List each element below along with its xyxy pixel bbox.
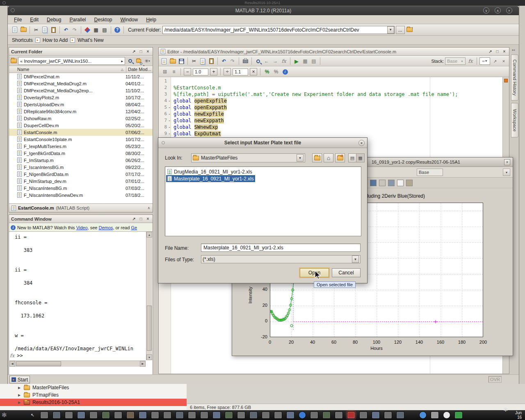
file-row[interactable]: DpertsUploadDev.m08/04/2... [9,101,153,108]
undock-icon[interactable]: ↗ [131,216,137,221]
chevron-right-icon[interactable]: ▸ [121,59,123,63]
code-line[interactable]: 2%EstartConsole.m [159,84,502,91]
figure-stack-combo[interactable]: Base [417,169,443,176]
redo-icon[interactable]: ↷ [71,26,78,34]
dock-icon[interactable]: ↤ [512,48,515,52]
taskbar-app-icon[interactable] [274,411,282,419]
dialog-file-list[interactable]: DrugMedia_16_0921_MI_yor1-2.xlsMasterpla… [165,167,361,236]
undo-icon[interactable]: ↶ [62,26,70,34]
file-row[interactable]: F_IscanIntensBG.m09/22/2... [9,164,153,171]
pointer-icon[interactable]: ↖ [31,413,34,418]
tray-update-icon[interactable] [454,411,463,419]
multiply-value-button[interactable]: × [250,68,257,75]
cut-icon[interactable]: ✂ [32,26,40,34]
up-one-level-button[interactable]: ↑ [312,153,322,162]
file-row[interactable]: F_NImStartup_dev.m07/01/2... [9,178,153,185]
code-line[interactable]: 8-global SWnewExp [159,124,502,130]
dialog-file-row[interactable]: Masterplate_16_0921_MI_yor1-2.xls [166,175,360,182]
taskbar-app-icon[interactable] [163,411,171,419]
scroll-down-icon[interactable]: ▼ [146,354,152,360]
copy-icon[interactable] [41,26,48,34]
undock-icon[interactable]: ↗ [488,49,493,54]
maximize-icon[interactable]: ∧ [495,7,501,14]
tab-workspace[interactable]: Workspace [511,103,518,137]
maximize-icon[interactable]: □ [138,216,144,221]
matlab-titlebar[interactable]: MATLAB 7.12.0 (R2011a) ∨ ∧ × [8,6,519,15]
code-line[interactable]: 4-global openExpfile [159,98,502,104]
command-output[interactable]: ii = 383 ii = 384 fhconsole = 173.1062 w… [10,234,145,352]
taskbar-app-icon[interactable] [40,411,48,419]
demos-link[interactable]: Demos [99,225,113,230]
file-row[interactable]: F_ImStartup.m06/26/2... [9,157,153,164]
file-row[interactable]: EstartConsole10plate.m10/17/2... [9,136,153,143]
file-row[interactable]: DMPexcel2mat_MediaDrug2.m04/01/2... [9,80,153,87]
taskbar-app-icon[interactable] [89,411,98,419]
menu-parallel[interactable]: Parallel [66,16,89,24]
toolbar-overflow-icon[interactable]: ▾ [503,169,510,176]
taskbar-app-icon[interactable] [335,411,343,419]
increase-value-button[interactable]: + [210,68,217,75]
file-row[interactable]: DReplicate96to384conv.m12/04/2... [9,108,153,115]
maximize-icon[interactable]: □ [495,49,500,54]
paste-icon[interactable] [50,26,57,34]
taskbar-app-icon[interactable] [126,411,135,419]
date-column-header[interactable]: Date Mod... [126,67,153,72]
cell-info-icon[interactable]: i [281,68,289,75]
figure-toolbar-icon[interactable] [397,180,404,186]
warning-marker-icon[interactable] [504,79,508,82]
getting-started-link[interactable]: Ge [131,225,137,230]
scroll-right-icon[interactable]: ▶ [140,361,146,367]
function-browser-icon[interactable]: fx [280,57,288,65]
tray-status-icon[interactable] [443,411,450,419]
taskbar-app-icon[interactable] [249,411,258,419]
search-icon[interactable] [126,57,134,65]
menu-desktop[interactable]: Desktop [90,16,116,24]
details-view-button[interactable]: ▦ [356,153,365,162]
close-icon[interactable]: × [358,140,365,146]
save-icon[interactable] [178,57,185,65]
chevron-down-icon[interactable]: ▼ [297,154,304,162]
taskbar-app-icon[interactable] [299,411,306,419]
code-line[interactable]: 7-global newExppath [159,117,502,124]
taskbar-app-icon[interactable] [225,411,233,419]
start-button[interactable]: ▸ Start [9,376,30,383]
taskbar-app-icon[interactable] [372,411,380,419]
expander-icon[interactable]: ▶ [18,393,21,397]
run-section-icon[interactable]: ▦ [301,57,309,65]
search-folder-icon[interactable] [135,57,142,65]
horizontal-scrollbar[interactable]: ◀ ▶ [9,361,146,367]
scroll-up-icon[interactable]: ▲ [146,232,152,237]
file-detail-bar[interactable]: EstartConsole.m (MATLAB Script) ∧ [9,203,153,212]
paste-icon[interactable] [208,57,215,65]
taskbar-active-window-icon[interactable] [347,411,355,419]
chevron-up-icon[interactable]: ∧ [147,206,150,210]
file-manager-item[interactable]: ▶MasterPlateFiles [0,384,187,391]
actions-gear-icon[interactable]: ✳▾ [144,57,151,65]
expander-icon[interactable]: ▶ [18,401,21,404]
run-icon[interactable]: ▶ [293,57,300,65]
taskbar-app-icon[interactable] [212,411,221,419]
new-folder-button[interactable]: ∗ [335,153,345,162]
expander-icon[interactable]: ▶ [18,386,21,390]
code-line[interactable]: 6-global newExpfile [159,111,502,117]
up-folder-icon[interactable]: ↑ [406,26,413,34]
chevron-down-icon[interactable]: ▼ [387,26,394,34]
tray-volume-icon[interactable] [431,411,439,419]
name-column-header[interactable]: Name [17,67,121,72]
close-icon[interactable]: × [504,159,510,165]
maximize-icon[interactable]: □ [138,49,144,54]
code-line[interactable]: 9-global ExpOutmat [159,130,502,137]
menu-window[interactable]: Window [117,16,142,24]
taskbar-app-icon[interactable] [200,411,208,419]
figure-toolbar-icon[interactable] [370,180,377,186]
cut-icon[interactable]: ✂ [190,57,198,65]
close-icon[interactable]: × [500,57,507,65]
current-folder-titlebar[interactable]: Current Folder ↗ □ × [9,48,153,56]
undock-icon[interactable]: ↗ [131,49,137,54]
dialog-titlebar[interactable]: Select input Master Plate text file × [158,138,367,148]
forward-icon[interactable]: → [272,57,279,65]
tray-network-icon[interactable] [419,411,427,419]
cell-value-field-left[interactable]: 1.0 [193,68,208,75]
list-view-button[interactable]: ▤ [348,153,356,162]
cell-value-field-right[interactable]: 1.1 [233,68,248,75]
